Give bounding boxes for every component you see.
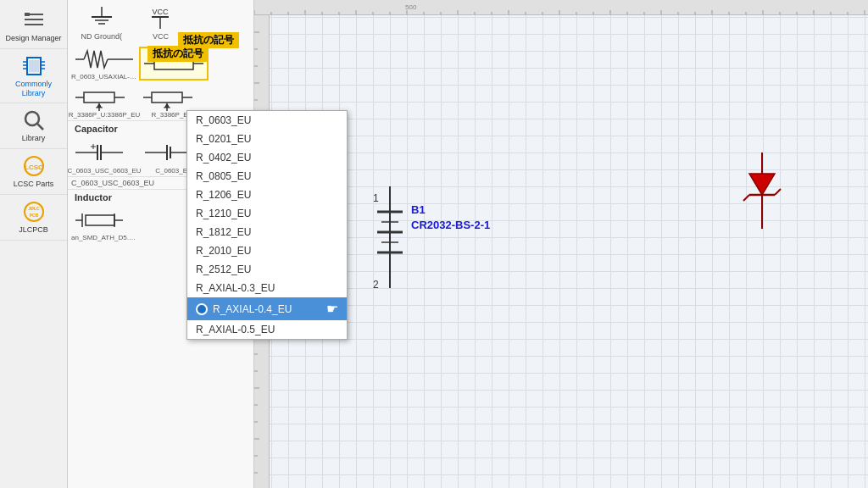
sidebar-item-commonly-library-label: Commonly Library <box>3 80 64 98</box>
sidebar-item-design-manager-label: Design Manager <box>5 34 61 43</box>
svg-line-13 <box>37 124 43 130</box>
dropdown-item-r2512eu[interactable]: R_2512_EU <box>187 260 347 279</box>
svg-text:2: 2 <box>373 279 379 291</box>
dropdown-item-r1812eu[interactable]: R_1812_EU <box>187 223 347 241</box>
svg-text:PCB: PCB <box>29 213 38 218</box>
search-icon <box>20 108 47 132</box>
cap-us-label: C_0603_USC_0603_EU <box>68 167 142 175</box>
cursor-indicator: ☛ <box>326 301 338 317</box>
svg-line-136 <box>743 195 749 201</box>
svg-text:VCC: VCC <box>153 8 170 16</box>
sidebar-item-lcsc-parts-label: LCSC Parts <box>14 180 54 189</box>
inductor-smd-label: an_SMD_ATH_D5.0×F <box>71 234 137 241</box>
sidebar-item-design-manager[interactable]: Design Manager <box>0 3 67 49</box>
vcc-label: VCC <box>153 32 169 41</box>
dropdown-item-r1210eu[interactable]: R_1210_EU <box>187 204 347 223</box>
inductor-smd[interactable]: an_SMD_ATH_D5.0×F <box>71 207 137 241</box>
svg-rect-55 <box>86 215 114 225</box>
selected-indicator <box>196 303 208 315</box>
trimmer-1[interactable]: R_3386P_U:3386P_EU <box>71 84 137 119</box>
sidebar-item-jlcpcb-label: JLCPCB <box>19 225 48 235</box>
dropdown-item-r1206eu[interactable]: R_1206_EU <box>187 186 347 204</box>
dropdown-selected-label: R_AXIAL-0.4_EU <box>213 303 292 315</box>
dropdown-item-r0805eu[interactable]: R_0805_EU <box>187 167 347 186</box>
dropdown-item-raxial05eu[interactable]: R_AXIAL-0.5_EU <box>187 320 347 339</box>
svg-text:LCSC: LCSC <box>25 164 43 171</box>
battery-value: CR2032-BS-2-1 <box>411 219 490 231</box>
dropdown-item-raxial03eu[interactable]: R_AXIAL-0.3_EU <box>187 279 347 297</box>
sidebar-item-library-label: Library <box>22 134 46 143</box>
resistor-eu-symbol-highlighted[interactable]: 抵抗の記号 <box>139 47 209 80</box>
battery-component: 2 1 B1 CR2032-BS-2-1 <box>364 178 466 300</box>
svg-rect-32 <box>84 92 114 103</box>
svg-rect-38 <box>152 92 182 103</box>
sidebar: Design Manager Commonly Library <box>0 0 68 488</box>
resistor-zigzag-symbol[interactable]: R_0603_USAXIAL-0.4_ <box>71 46 137 80</box>
jlcpcb-icon: JØLC PCB <box>20 200 47 224</box>
resistor-symbols-row: 抵抗の記号 R_0603_USAXIAL-0.4_ 抵抗の記号 <box>68 42 253 82</box>
svg-marker-42 <box>164 103 170 108</box>
svg-point-12 <box>25 112 39 125</box>
dropdown-item-r0402eu[interactable]: R_0402_EU <box>187 148 347 167</box>
dropdown-item-r0603eu[interactable]: R_0603_EU <box>187 111 347 130</box>
svg-rect-3 <box>25 13 30 16</box>
diode-component <box>728 148 796 236</box>
resistor-annotation: 抵抗の記号 <box>147 46 209 62</box>
dropdown-item-r2010eu[interactable]: R_2010_EU <box>187 241 347 260</box>
cap-polarized[interactable]: C_0603_USC_0603_EU <box>71 138 137 175</box>
lcsc-icon: LCSC <box>20 154 47 178</box>
svg-text:JØLC: JØLC <box>28 206 40 211</box>
svg-marker-134 <box>749 174 775 195</box>
gnd-symbol[interactable]: ND Ground( <box>71 5 132 41</box>
app-container: Design Manager Commonly Library <box>0 0 868 488</box>
grid-icon <box>20 8 47 32</box>
sidebar-item-commonly-library[interactable]: Commonly Library <box>0 49 67 104</box>
dropdown-item-r0201eu[interactable]: R_0201_EU <box>187 130 347 148</box>
sidebar-item-library[interactable]: Library <box>0 103 67 149</box>
3386p-u-label: R_3386P_U:3386P_EU <box>69 111 141 119</box>
svg-line-137 <box>775 189 781 195</box>
svg-marker-36 <box>97 103 102 108</box>
sidebar-item-lcsc-parts[interactable]: LCSC LCSC Parts <box>0 149 67 195</box>
r0603-label: R_0603_USAXIAL-0.4_ <box>71 73 137 80</box>
svg-text:1: 1 <box>373 192 379 204</box>
battery-ref: B1 <box>411 203 426 216</box>
svg-rect-5 <box>29 60 39 72</box>
sidebar-item-jlcpcb[interactable]: JØLC PCB JLCPCB <box>0 195 67 241</box>
dropdown-popup: R_0603_EU R_0201_EU R_0402_EU R_0805_EU … <box>186 110 348 340</box>
gnd-label: ND Ground( <box>81 32 123 41</box>
chip-icon <box>20 54 47 78</box>
dropdown-item-raxial04eu[interactable]: R_AXIAL-0.4_EU ☛ <box>187 297 347 320</box>
